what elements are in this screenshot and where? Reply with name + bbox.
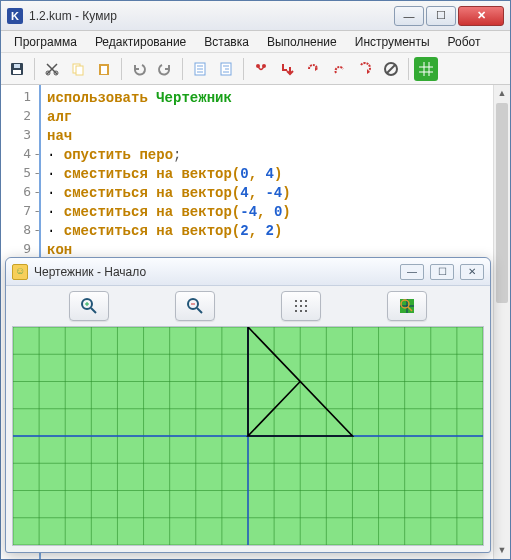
separator [34, 58, 35, 80]
line-number: 8 [1, 222, 39, 241]
menu-program[interactable]: Программа [7, 33, 84, 51]
svg-point-35 [305, 300, 307, 302]
stop-icon[interactable] [379, 57, 403, 81]
code-line: использовать Чертежник [47, 89, 504, 108]
svg-rect-1 [13, 70, 21, 74]
svg-rect-21 [419, 62, 433, 76]
svg-rect-8 [101, 66, 107, 74]
svg-line-31 [197, 308, 202, 313]
copy-icon[interactable] [66, 57, 90, 81]
paste-icon[interactable] [92, 57, 116, 81]
svg-point-40 [300, 310, 302, 312]
grid-icon[interactable] [414, 57, 438, 81]
line-number: 5 [1, 165, 39, 184]
code-line: · опустить перо; [47, 146, 504, 165]
svg-line-27 [91, 308, 96, 313]
menu-tools[interactable]: Инструменты [348, 33, 437, 51]
menu-insert[interactable]: Вставка [197, 33, 256, 51]
step-out-icon[interactable] [327, 57, 351, 81]
cut-icon[interactable] [40, 57, 64, 81]
run-to-icon[interactable] [353, 57, 377, 81]
code-line: · сместиться на вектор(4, -4) [47, 184, 504, 203]
svg-point-38 [305, 305, 307, 307]
line-number: 3 [1, 127, 39, 146]
drawer-canvas[interactable] [12, 326, 484, 546]
app-icon: K [7, 8, 23, 24]
svg-rect-2 [14, 64, 20, 68]
menu-run[interactable]: Выполнение [260, 33, 344, 51]
toolbar [1, 53, 510, 85]
fit-view-icon[interactable] [387, 291, 427, 321]
redo-icon[interactable] [153, 57, 177, 81]
undo-icon[interactable] [127, 57, 151, 81]
doc-indent-icon[interactable] [188, 57, 212, 81]
titlebar[interactable]: K 1.2.kum - Кумир [1, 1, 510, 31]
svg-point-39 [295, 310, 297, 312]
grid-toggle-icon[interactable] [281, 291, 321, 321]
run-icon[interactable] [249, 57, 273, 81]
scroll-down-arrow[interactable]: ▼ [494, 542, 510, 559]
scroll-up-arrow[interactable]: ▲ [494, 85, 510, 102]
step-over-icon[interactable] [301, 57, 325, 81]
save-icon[interactable] [5, 57, 29, 81]
drawer-minimize-button[interactable]: — [400, 264, 424, 280]
svg-point-34 [300, 300, 302, 302]
drawer-window-controls: — ☐ ✕ [400, 264, 484, 280]
menu-robot[interactable]: Робот [441, 33, 488, 51]
line-number: 6 [1, 184, 39, 203]
maximize-button[interactable] [426, 6, 456, 26]
close-button[interactable] [458, 6, 504, 26]
menubar: Программа Редактирование Вставка Выполне… [1, 31, 510, 53]
step-into-icon[interactable] [275, 57, 299, 81]
drawer-app-icon [12, 264, 28, 280]
minimize-button[interactable] [394, 6, 424, 26]
svg-point-36 [295, 305, 297, 307]
code-line: · сместиться на вектор(-4, 0) [47, 203, 504, 222]
zoom-in-icon[interactable] [69, 291, 109, 321]
separator [182, 58, 183, 80]
svg-point-41 [305, 310, 307, 312]
drawer-title: Чертежник - Начало [34, 265, 400, 279]
code-line: · сместиться на вектор(0, 4) [47, 165, 504, 184]
separator [243, 58, 244, 80]
code-line: нач [47, 127, 504, 146]
svg-point-33 [295, 300, 297, 302]
separator [121, 58, 122, 80]
drawer-close-button[interactable]: ✕ [460, 264, 484, 280]
code-line: алг [47, 108, 504, 127]
zoom-out-icon[interactable] [175, 291, 215, 321]
line-number: 1 [1, 89, 39, 108]
window-title: 1.2.kum - Кумир [29, 9, 392, 23]
line-number: 7 [1, 203, 39, 222]
code-line: · сместиться на вектор(2, 2) [47, 222, 504, 241]
line-number: 4 [1, 146, 39, 165]
menu-edit[interactable]: Редактирование [88, 33, 193, 51]
separator [408, 58, 409, 80]
vertical-scrollbar[interactable]: ▲ ▼ [493, 85, 510, 559]
drawer-window[interactable]: Чертежник - Начало — ☐ ✕ [5, 257, 491, 553]
window-controls [392, 6, 504, 26]
drawer-titlebar[interactable]: Чертежник - Начало — ☐ ✕ [6, 258, 490, 286]
scroll-thumb[interactable] [496, 103, 508, 303]
svg-point-37 [300, 305, 302, 307]
drawer-maximize-button[interactable]: ☐ [430, 264, 454, 280]
doc-outdent-icon[interactable] [214, 57, 238, 81]
drawing-surface [13, 327, 483, 545]
svg-line-20 [387, 65, 395, 73]
drawer-toolbar [6, 286, 490, 326]
svg-rect-6 [76, 66, 83, 75]
line-number: 2 [1, 108, 39, 127]
